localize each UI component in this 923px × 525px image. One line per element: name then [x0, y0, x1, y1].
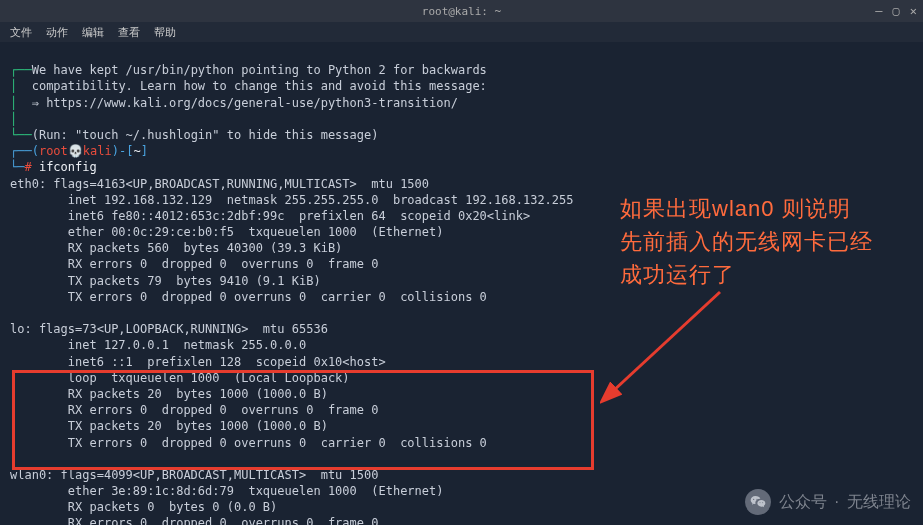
prompt-host: kali [83, 144, 112, 158]
titlebar: root@kali: ~ — ▢ ✕ [0, 0, 923, 22]
menubar: 文件 动作 编辑 查看 帮助 [0, 22, 923, 42]
menu-actions[interactable]: 动作 [46, 25, 68, 40]
prompt-user: root [39, 144, 68, 158]
menu-file[interactable]: 文件 [10, 25, 32, 40]
annotation-text: 如果出现wlan0 则说明 先前插入的无线网卡已经 成功运行了 [620, 192, 873, 291]
wlan0-block: wlan0: flags=4099<UP,BROADCAST,MULTICAST… [10, 468, 487, 525]
motd-line1: We have kept /usr/bin/python pointing to… [32, 63, 487, 77]
skull-icon: 💀 [68, 144, 83, 158]
minimize-icon[interactable]: — [875, 4, 882, 18]
command-ifconfig: ifconfig [39, 160, 97, 174]
lo-block: lo: flags=73<UP,LOOPBACK,RUNNING> mtu 65… [10, 322, 487, 449]
menu-help[interactable]: 帮助 [154, 25, 176, 40]
motd-line4: (Run: "touch ~/.hushlogin" to hide this … [32, 128, 379, 142]
motd-line2: compatibility. Learn how to change this … [32, 79, 487, 93]
motd-line3: ⇒ https://www.kali.org/docs/general-use/… [32, 96, 458, 110]
eth0-block: eth0: flags=4163<UP,BROADCAST,RUNNING,MU… [10, 177, 574, 304]
maximize-icon[interactable]: ▢ [893, 4, 900, 18]
wechat-icon [745, 489, 771, 515]
menu-edit[interactable]: 编辑 [82, 25, 104, 40]
close-icon[interactable]: ✕ [910, 4, 917, 18]
menu-view[interactable]: 查看 [118, 25, 140, 40]
window-title: root@kali: ~ [422, 5, 501, 18]
watermark: 公众号 · 无线理论 [745, 489, 911, 515]
